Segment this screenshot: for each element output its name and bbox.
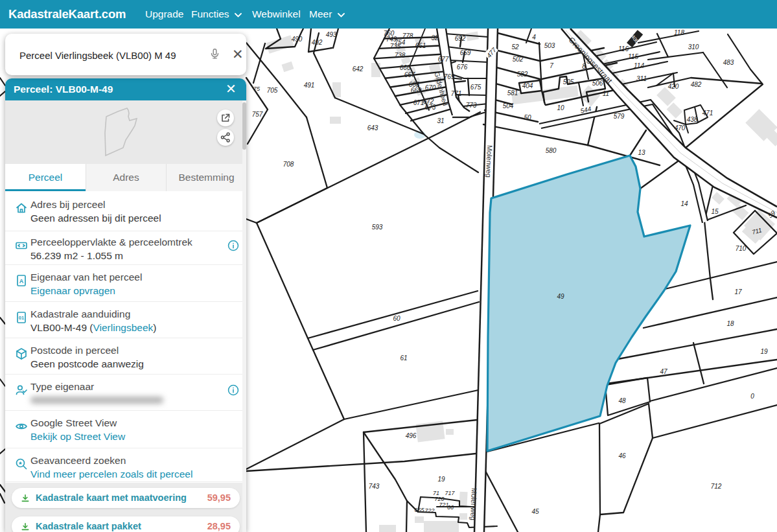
svg-text:757: 757	[252, 111, 263, 118]
svg-text:48: 48	[618, 397, 626, 404]
svg-text:483: 483	[723, 59, 734, 66]
svg-text:8: 8	[582, 63, 586, 70]
svg-text:A: A	[19, 278, 24, 284]
svg-text:49: 49	[557, 293, 564, 300]
svg-text:735: 735	[390, 43, 401, 50]
svg-text:675: 675	[470, 84, 481, 91]
svg-text:493: 493	[326, 31, 337, 38]
svg-text:01: 01	[19, 315, 24, 321]
svg-text:661: 661	[415, 42, 426, 49]
svg-text:708: 708	[283, 161, 294, 168]
svg-text:505: 505	[563, 78, 574, 86]
svg-text:710: 710	[736, 245, 747, 252]
svg-text:Molenweg: Molenweg	[469, 488, 478, 521]
svg-text:593: 593	[372, 224, 383, 231]
svg-text:52: 52	[511, 43, 519, 51]
svg-text:118: 118	[674, 29, 684, 36]
svg-text:311: 311	[636, 75, 647, 82]
svg-text:670: 670	[425, 84, 436, 91]
svg-text:116: 116	[618, 45, 629, 52]
svg-text:492: 492	[312, 39, 323, 46]
svg-text:705: 705	[267, 87, 278, 94]
svg-text:482: 482	[691, 81, 702, 88]
svg-text:47: 47	[660, 368, 667, 375]
svg-text:491: 491	[304, 82, 315, 89]
svg-text:Molenweg: Molenweg	[485, 145, 494, 178]
svg-text:582: 582	[517, 71, 528, 78]
svg-text:502: 502	[513, 56, 524, 63]
svg-text:75: 75	[253, 86, 261, 92]
svg-text:692: 692	[455, 35, 466, 42]
svg-text:666: 666	[400, 64, 411, 71]
svg-text:667: 667	[404, 71, 415, 78]
svg-text:66: 66	[447, 504, 454, 511]
svg-text:506: 506	[592, 80, 603, 87]
svg-text:642: 642	[353, 65, 364, 73]
svg-text:643: 643	[367, 124, 378, 132]
svg-text:438: 438	[687, 116, 698, 123]
svg-text:404: 404	[522, 82, 533, 89]
svg-text:677: 677	[438, 56, 449, 63]
svg-text:773: 773	[466, 102, 477, 109]
svg-text:717: 717	[445, 490, 455, 496]
svg-text:676: 676	[457, 64, 468, 71]
svg-text:580: 580	[546, 147, 557, 154]
svg-text:669: 669	[411, 87, 422, 94]
svg-text:0: 0	[750, 393, 754, 400]
svg-text:13: 13	[638, 149, 645, 156]
svg-text:743: 743	[369, 483, 380, 490]
svg-text:471: 471	[702, 110, 713, 117]
svg-text:15: 15	[711, 208, 719, 215]
svg-text:771: 771	[451, 90, 462, 97]
svg-text:673: 673	[425, 104, 436, 111]
svg-text:420: 420	[668, 83, 679, 90]
svg-text:45: 45	[531, 508, 539, 515]
svg-text:310: 310	[688, 43, 699, 51]
svg-text:722: 722	[424, 507, 434, 514]
svg-text:769: 769	[444, 73, 455, 80]
svg-text:490: 490	[292, 36, 303, 43]
svg-text:32: 32	[431, 34, 439, 41]
svg-text:712: 712	[711, 483, 722, 490]
svg-text:659: 659	[460, 49, 471, 56]
svg-text:11: 11	[603, 90, 609, 97]
svg-text:7: 7	[550, 62, 553, 69]
svg-text:115: 115	[628, 53, 638, 60]
svg-text:581: 581	[507, 89, 518, 97]
svg-text:10: 10	[557, 104, 564, 111]
svg-text:503: 503	[544, 42, 555, 49]
svg-text:19: 19	[760, 348, 768, 355]
svg-text:14: 14	[680, 200, 688, 207]
svg-text:50: 50	[524, 114, 531, 121]
svg-text:60: 60	[393, 315, 400, 322]
svg-text:19: 19	[437, 476, 445, 483]
svg-text:4: 4	[532, 34, 536, 41]
svg-text:31: 31	[437, 117, 444, 124]
svg-text:46: 46	[618, 452, 626, 459]
svg-text:655: 655	[414, 507, 424, 513]
svg-text:61: 61	[400, 354, 407, 362]
svg-text:738: 738	[395, 52, 406, 59]
svg-text:18: 18	[726, 320, 734, 327]
svg-text:579: 579	[614, 113, 625, 120]
svg-text:114: 114	[634, 62, 644, 69]
svg-text:470: 470	[675, 124, 686, 132]
svg-text:496: 496	[406, 432, 417, 439]
svg-text:504: 504	[503, 102, 514, 110]
svg-text:17: 17	[734, 288, 742, 295]
